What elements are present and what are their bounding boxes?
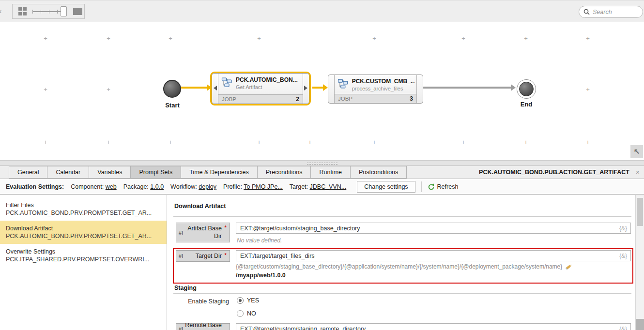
tab-general[interactable]: General	[9, 166, 47, 179]
edge-start-to-node1	[181, 87, 207, 89]
remote-base-dir-input[interactable]	[236, 323, 631, 330]
component-label: Component:	[71, 183, 104, 190]
refresh-icon	[428, 183, 435, 191]
search-box	[579, 6, 643, 18]
grid-mark: +	[586, 35, 590, 42]
start-node-label: Start	[158, 102, 186, 109]
artifact-base-dir-input[interactable]	[236, 223, 631, 234]
refresh-button[interactable]: Refresh	[428, 183, 459, 191]
node-left-handle[interactable]	[212, 74, 218, 104]
list-item-title: Overwrite Settings	[6, 248, 161, 255]
target-dir-resolved-value: /myapp/web/1.0.0	[236, 272, 286, 279]
node-title: PCK.AUTOMIC_BON...	[236, 76, 298, 83]
list-item-subtitle: PCK.AUTOMIC_BOND.PRV.PROMPTSET.GET_AR...	[6, 209, 161, 217]
radio-enable-staging-yes[interactable]: YES	[237, 297, 259, 304]
workflow-label: Workflow:	[170, 183, 197, 190]
workflow-canvas[interactable]: ++++++++++++++++++++ Start	[0, 23, 644, 160]
node-right-handle[interactable]	[303, 74, 309, 104]
node-subtitle: process_archive_files	[352, 86, 414, 91]
zoom-slider-handle[interactable]	[61, 6, 67, 16]
field-label-target-dir: #I Target Dir *	[176, 250, 230, 262]
radio-icon[interactable]	[237, 310, 244, 317]
grid-mark: +	[308, 138, 312, 146]
edit-pencil-icon[interactable]	[565, 263, 573, 270]
tab-calendar[interactable]: Calendar	[47, 166, 89, 179]
tab-variables[interactable]: Variables	[89, 166, 131, 179]
edge-node1-to-node2	[312, 87, 323, 89]
divider	[421, 181, 422, 192]
app-window: « ++++++++++++++++++++ Start	[0, 0, 644, 330]
grid-mark: +	[107, 138, 110, 146]
workflow-object-icon	[337, 78, 349, 90]
package-label: Package:	[123, 183, 149, 190]
search-input[interactable]	[593, 9, 638, 15]
node-right-handle[interactable]	[416, 75, 423, 103]
divider	[173, 293, 631, 294]
tab-time-dependencies[interactable]: Time & Dependencies	[181, 166, 258, 179]
start-node[interactable]	[163, 80, 181, 98]
end-node[interactable]	[517, 79, 536, 99]
tab-runtime[interactable]: Runtime	[310, 166, 351, 179]
grid-mark: +	[44, 35, 47, 42]
scrollbar-thumb[interactable]	[637, 198, 643, 226]
change-settings-button[interactable]: Change settings	[357, 181, 415, 193]
node-title: PCK.CUSTOM_CMB_...	[352, 78, 414, 85]
evaluation-settings-title: Evaluation Settings:	[6, 183, 64, 190]
no-value-note: No value defined.	[237, 237, 282, 244]
component-link[interactable]: web	[106, 183, 117, 190]
zoom-tool-group	[12, 4, 85, 19]
grid-mark: +	[461, 35, 465, 42]
radio-icon[interactable]	[237, 297, 244, 304]
grid-mark: +	[107, 86, 110, 93]
list-item-title: Download Artifact	[6, 225, 161, 232]
divider	[173, 216, 631, 217]
collapse-panel-icon[interactable]: «	[0, 7, 0, 15]
list-item-download-artifact[interactable]: Download Artifact PCK.AUTOMIC_BOND.PRV.P…	[0, 221, 167, 244]
grid-mark: +	[372, 35, 376, 42]
workflow-node-process-archive-files[interactable]: PCK.CUSTOM_CMB_... process_archive_files…	[328, 75, 423, 104]
restore-layout-button[interactable]: ↖	[630, 145, 643, 158]
node-subtitle: Get Artifact	[236, 84, 298, 90]
workflow-link[interactable]: deploy	[199, 183, 216, 190]
scrollbar-down-button[interactable]	[636, 319, 644, 330]
workflow-object-icon	[221, 76, 233, 88]
required-marker: *	[224, 252, 227, 259]
grid-mark: +	[169, 35, 172, 42]
zoom-fit-button[interactable]	[73, 8, 82, 15]
list-item-subtitle: PCK.ITPA_SHARED.PRV.PROMPTSET.OVERWRI...	[6, 255, 161, 263]
grid-mark: +	[257, 35, 261, 42]
radio-label: YES	[247, 297, 259, 304]
grid-mark: +	[107, 35, 110, 42]
grid-view-icon[interactable]	[18, 7, 22, 11]
edge-node2-to-end	[423, 87, 511, 89]
edge-arrowhead	[511, 84, 516, 91]
grid-mark: +	[169, 138, 172, 146]
zoom-slider[interactable]	[32, 6, 65, 16]
target-dir-field: {&}	[236, 250, 631, 261]
close-icon[interactable]: ×	[636, 166, 640, 179]
grid-mark: +	[586, 138, 590, 146]
vertical-scrollbar[interactable]	[635, 195, 644, 330]
field-label-remote-base-dir: #I Remote Base Dir	[176, 323, 230, 330]
node-type: JOBP	[222, 96, 236, 102]
profile-label: Profile:	[223, 183, 242, 190]
target-dir-input[interactable]	[236, 250, 631, 261]
node-index: 3	[410, 95, 413, 102]
tab-prompt-sets[interactable]: Prompt Sets	[130, 166, 181, 179]
workflow-node-get-artifact[interactable]: PCK.AUTOMIC_BON... Get Artifact JOBP 2	[210, 72, 311, 105]
tab-postconditions[interactable]: Postconditions	[350, 166, 407, 179]
list-item-subtitle: PCK.AUTOMIC_BOND.PRV.PROMPTSET.GET_AR...	[6, 232, 161, 240]
list-item-filter-files[interactable]: Filter Files PCK.AUTOMIC_BOND.PRV.PROMPT…	[0, 197, 167, 221]
remote-base-dir-field: {&}	[236, 323, 631, 330]
canvas-toolbar: «	[0, 0, 644, 22]
node-left-handle[interactable]	[328, 75, 335, 103]
panel-splitter[interactable]	[0, 160, 644, 166]
package-link[interactable]: 1.0.0	[150, 183, 164, 190]
list-item-title: Filter Files	[6, 201, 161, 209]
tab-preconditions[interactable]: Preconditions	[257, 166, 311, 179]
target-link[interactable]: JDBC_VVN...	[310, 183, 347, 190]
list-item-overwrite-settings[interactable]: Overwrite Settings PCK.ITPA_SHARED.PRV.P…	[0, 244, 167, 267]
radio-enable-staging-no[interactable]: NO	[237, 310, 256, 317]
node-type: JOBP	[338, 96, 353, 102]
profile-link[interactable]: To PMO JPe...	[244, 183, 283, 190]
